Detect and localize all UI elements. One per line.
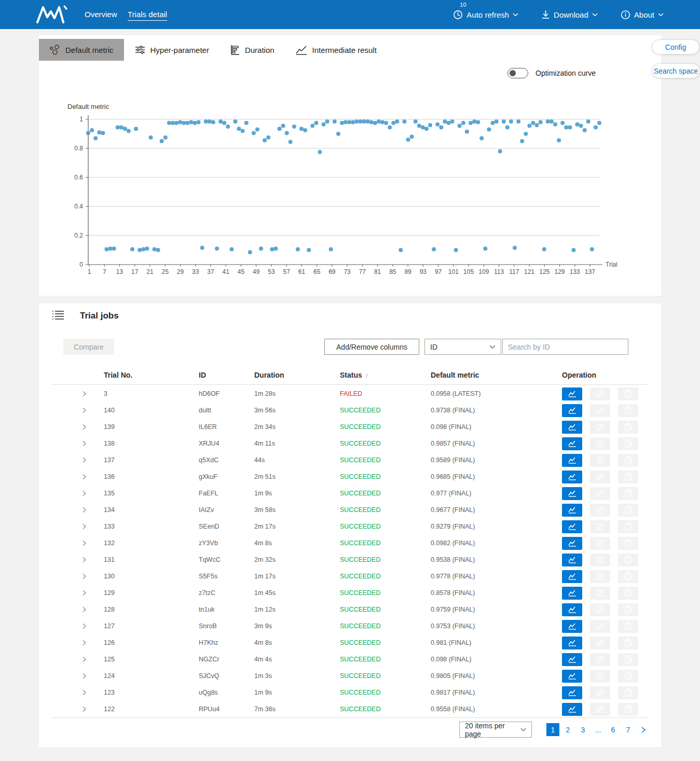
kill-trial-button[interactable] [590, 686, 610, 699]
intermediate-result-button[interactable] [562, 454, 582, 467]
search-space-button[interactable]: Search space [652, 63, 700, 78]
intermediate-result-button[interactable] [562, 504, 582, 517]
intermediate-result-button[interactable] [562, 570, 582, 583]
intermediate-result-button[interactable] [562, 554, 582, 566]
kill-trial-button[interactable] [590, 570, 610, 583]
page-button-3[interactable]: 3 [577, 723, 589, 736]
add-remove-columns-button[interactable]: Add/Remove columns [324, 339, 419, 355]
kill-trial-button[interactable] [590, 670, 610, 683]
expand-chevron-icon[interactable] [52, 523, 104, 530]
kill-trial-button[interactable] [590, 587, 610, 600]
copy-trial-button[interactable] [618, 404, 638, 417]
kill-trial-button[interactable] [590, 454, 610, 467]
config-button[interactable]: Config [652, 39, 699, 54]
expand-chevron-icon[interactable] [52, 490, 104, 496]
intermediate-result-button[interactable] [562, 487, 582, 500]
copy-trial-button[interactable] [618, 520, 638, 533]
kill-trial-button[interactable] [590, 437, 610, 450]
kill-trial-button[interactable] [590, 653, 610, 666]
copy-trial-button[interactable] [618, 570, 638, 583]
nav-item-trials-detail[interactable]: Trials detail [128, 10, 167, 21]
expand-chevron-icon[interactable] [52, 673, 104, 679]
expand-chevron-icon[interactable] [52, 573, 104, 579]
optimization-curve-toggle[interactable] [507, 68, 528, 78]
kill-trial-button[interactable] [590, 520, 610, 533]
intermediate-result-button[interactable] [562, 603, 582, 616]
kill-trial-button[interactable] [590, 404, 610, 417]
copy-trial-button[interactable] [618, 587, 638, 600]
intermediate-result-button[interactable] [562, 421, 582, 434]
page-button-1[interactable]: 1 [546, 723, 559, 736]
expand-chevron-icon[interactable] [52, 689, 104, 696]
search-by-id-input[interactable] [503, 339, 628, 354]
expand-chevron-icon[interactable] [52, 590, 104, 596]
copy-trial-button[interactable] [618, 637, 638, 649]
intermediate-result-button[interactable] [562, 703, 582, 716]
about-menu[interactable]: About [621, 10, 664, 20]
expand-chevron-icon[interactable] [52, 706, 104, 712]
kill-trial-button[interactable] [590, 537, 610, 550]
auto-refresh-menu[interactable]: 10 Auto refresh [453, 10, 518, 20]
expand-chevron-icon[interactable] [52, 424, 104, 430]
items-per-page-dropdown[interactable]: 20 items per page [459, 722, 532, 738]
kill-trial-button[interactable] [590, 421, 610, 434]
intermediate-result-button[interactable] [562, 388, 582, 400]
tab-default-metric[interactable]: Default metric [39, 39, 124, 61]
col-default-metric[interactable]: Default metric [431, 371, 562, 379]
expand-chevron-icon[interactable] [52, 606, 104, 613]
kill-trial-button[interactable] [590, 603, 610, 616]
copy-trial-button[interactable] [618, 670, 638, 683]
expand-chevron-icon[interactable] [52, 457, 104, 463]
copy-trial-button[interactable] [618, 421, 638, 434]
intermediate-result-button[interactable] [562, 620, 582, 633]
expand-chevron-icon[interactable] [52, 474, 104, 480]
copy-trial-button[interactable] [618, 388, 638, 400]
tab-intermediate-result[interactable]: Intermediate result [285, 39, 387, 61]
col-status[interactable]: Status↑ [340, 371, 431, 379]
intermediate-result-button[interactable] [562, 471, 582, 483]
search-field-dropdown[interactable]: ID [424, 339, 501, 355]
intermediate-result-button[interactable] [562, 653, 582, 666]
col-id[interactable]: ID [199, 371, 254, 379]
intermediate-result-button[interactable] [562, 637, 582, 649]
expand-chevron-icon[interactable] [52, 407, 104, 413]
compare-button[interactable]: Compare [63, 339, 114, 355]
copy-trial-button[interactable] [618, 603, 638, 616]
page-button-2[interactable]: 2 [561, 723, 574, 736]
copy-trial-button[interactable] [618, 686, 638, 699]
intermediate-result-button[interactable] [562, 670, 582, 683]
page-button-7[interactable]: 7 [622, 723, 635, 736]
copy-trial-button[interactable] [618, 653, 638, 666]
next-page-button[interactable] [638, 726, 649, 734]
kill-trial-button[interactable] [590, 487, 610, 500]
copy-trial-button[interactable] [618, 620, 638, 633]
expand-chevron-icon[interactable] [52, 540, 104, 546]
copy-trial-button[interactable] [618, 554, 638, 566]
expand-chevron-icon[interactable] [52, 391, 104, 397]
copy-trial-button[interactable] [618, 703, 638, 716]
kill-trial-button[interactable] [590, 637, 610, 649]
copy-trial-button[interactable] [618, 504, 638, 517]
kill-trial-button[interactable] [590, 620, 610, 633]
expand-chevron-icon[interactable] [52, 640, 104, 646]
expand-chevron-icon[interactable] [52, 557, 104, 563]
kill-trial-button[interactable] [590, 388, 610, 400]
page-button-6[interactable]: 6 [607, 723, 620, 736]
download-menu[interactable]: Download [541, 10, 598, 19]
intermediate-result-button[interactable] [562, 686, 582, 699]
expand-chevron-icon[interactable] [52, 507, 104, 513]
tab-hyper-parameter[interactable]: Hyper-parameter [124, 39, 219, 61]
kill-trial-button[interactable] [590, 471, 610, 483]
nav-item-overview[interactable]: Overview [85, 10, 117, 19]
col-trial-no[interactable]: Trial No. [104, 371, 199, 379]
intermediate-result-button[interactable] [562, 587, 582, 600]
col-duration[interactable]: Duration [254, 371, 340, 379]
kill-trial-button[interactable] [590, 703, 610, 716]
intermediate-result-button[interactable] [562, 404, 582, 417]
expand-chevron-icon[interactable] [52, 623, 104, 629]
intermediate-result-button[interactable] [562, 537, 582, 550]
tab-duration[interactable]: Duration [219, 39, 285, 61]
copy-trial-button[interactable] [618, 454, 638, 467]
kill-trial-button[interactable] [590, 554, 610, 566]
intermediate-result-button[interactable] [562, 520, 582, 533]
